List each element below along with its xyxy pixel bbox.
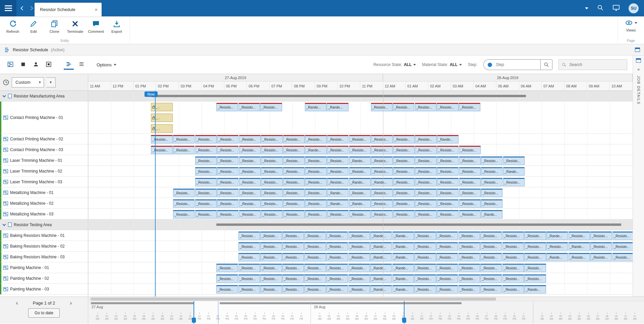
overview-window-end-handle[interactable] <box>402 318 406 323</box>
gantt-bar[interactable]: _Resisto... <box>524 264 546 272</box>
gantt-bar[interactable]: _Resisto... <box>524 274 546 283</box>
gantt-bar[interactable]: _Resisto... <box>415 178 436 186</box>
gantt-bar[interactable]: _Rando... <box>524 285 546 294</box>
resource-row-label[interactable]: Painting Machine - 01 <box>0 262 88 273</box>
resource-row-label[interactable]: Contact Printing Machine - 02 <box>0 134 88 144</box>
gantt-bar[interactable]: _Resisto... <box>260 253 282 261</box>
gantt-bar[interactable]: _Resisto... <box>480 232 502 240</box>
material-state-filter[interactable]: Material State: ALL <box>422 62 462 67</box>
gantt-bar[interactable]: _Resisto... <box>415 103 436 111</box>
gantt-bar[interactable]: _Resisto... <box>238 274 260 283</box>
gantt-bar[interactable]: _Resisto... <box>349 210 371 218</box>
gantt-bar[interactable]: _Resisto... <box>217 199 238 208</box>
gantt-bar[interactable]: _Resisto... <box>371 167 392 176</box>
gantt-bar[interactable]: _Rando... <box>370 242 392 251</box>
gantt-bar[interactable]: _Resisto... <box>393 199 415 208</box>
gantt-bar[interactable]: _Resisto... <box>260 232 282 240</box>
user-avatar[interactable]: SU <box>629 3 639 13</box>
gantt-bar[interactable]: _Rando... <box>370 285 392 294</box>
group-row-label[interactable]: Resistor Manufacturing Area <box>0 91 88 102</box>
gantt-bar[interactable]: _Resisto... <box>436 274 458 283</box>
back-icon[interactable] <box>20 6 25 10</box>
gantt-bar[interactable]: _Resisto... <box>524 253 546 261</box>
gantt-bar[interactable]: _Resisto... <box>371 146 392 154</box>
gantt-bar[interactable]: _Rando... <box>349 178 371 186</box>
gantt-bar[interactable]: _Resisto... <box>283 167 305 176</box>
gantt-bar[interactable]: _Resisto... <box>436 264 458 272</box>
gantt-bar[interactable]: _Resisto... <box>261 210 282 218</box>
gantt-bar[interactable]: _Resisto... <box>436 232 458 240</box>
gantt-bar[interactable]: _Resisto... <box>348 264 370 272</box>
gantt-bar[interactable]: _Resisto... <box>238 253 260 261</box>
gantt-bar[interactable]: _Resisto... <box>216 285 238 294</box>
gantt-bar[interactable]: _Resisto... <box>437 103 458 111</box>
gantt-bar[interactable]: _Rando... <box>349 199 371 208</box>
gantt-bar[interactable]: _Resisto... <box>326 264 348 272</box>
step-input[interactable] <box>495 62 536 67</box>
gantt-bar[interactable]: _Resisto... <box>349 135 371 143</box>
gantt-bar[interactable]: _Resisto... <box>217 189 238 197</box>
gantt-bar[interactable]: _Resisto... <box>195 199 217 208</box>
gantt-bar[interactable]: _Resisto... <box>459 285 480 294</box>
gantt-bar[interactable]: _Resisto... <box>282 274 304 283</box>
gantt-bar[interactable]: _Resisto... <box>326 253 348 261</box>
gantt-bar[interactable]: _Resisto... <box>304 264 326 272</box>
gantt-bar[interactable]: _Resisto... <box>612 253 633 261</box>
gantt-bar[interactable]: _Resisto... <box>459 242 480 251</box>
gantt-bar[interactable]: _Resisto... <box>239 167 261 176</box>
gantt-bar[interactable]: _Resisto... <box>524 242 546 251</box>
gantt-bar[interactable]: _Resisto... <box>414 242 436 251</box>
gantt-bar[interactable]: _Rando... <box>437 135 459 143</box>
gantt-bar[interactable]: _Resisto... <box>612 232 633 240</box>
gantt-bar[interactable]: _Resisto... <box>502 264 524 272</box>
horizontal-scrollbar[interactable] <box>88 297 644 301</box>
gantt-bar[interactable]: _Resisto... <box>173 210 195 218</box>
gantt-bar[interactable]: _Resisto... <box>305 210 326 218</box>
gantt-bar[interactable]: _Rando... <box>392 264 414 272</box>
gantt-bar[interactable]: _... <box>151 114 172 122</box>
gantt-bar[interactable]: _Resisto... <box>371 103 392 111</box>
gantt-bar[interactable]: _Resisto... <box>349 167 371 176</box>
gantt-bar[interactable]: _Rando... <box>569 242 590 251</box>
gantt-bar[interactable]: _Resisto... <box>415 156 436 165</box>
gantt-bar[interactable]: _Resisto... <box>282 242 304 251</box>
gantt-bar[interactable]: _Resisto... <box>569 232 590 240</box>
gantt-bar[interactable]: _Resisto... <box>437 146 459 154</box>
gantt-bar[interactable]: _Resisto... <box>481 167 502 176</box>
gantt-bar[interactable]: _Resisto... <box>195 210 217 218</box>
gantt-bar[interactable]: _Rando... <box>327 189 348 197</box>
gantt-bar[interactable]: _Resisto... <box>459 178 481 186</box>
resource-row-label[interactable]: Painting Machine - 02 <box>0 273 88 284</box>
edit-button[interactable]: Edit <box>24 19 43 35</box>
gantt-bar[interactable]: _Resisto... <box>393 146 415 154</box>
gantt-bar[interactable]: _Rando... <box>370 253 392 261</box>
gantt-bar[interactable]: _Resisto... <box>305 199 326 208</box>
gantt-bar[interactable]: _Resisto... <box>393 103 414 111</box>
gantt-bar[interactable]: _Resisto... <box>459 189 481 197</box>
gantt-bar[interactable]: _Resisto... <box>459 274 480 283</box>
gantt-bar[interactable]: _Resisto... <box>502 253 524 261</box>
gantt-bar[interactable]: _Resisto... <box>459 103 480 111</box>
gantt-bar[interactable]: _Resisto... <box>348 274 370 283</box>
gantt-bar[interactable]: _Resisto... <box>371 135 392 143</box>
gantt-bar[interactable]: _Resisto... <box>305 135 326 143</box>
gantt-bar[interactable]: _Rando... <box>392 285 414 294</box>
gantt-bar[interactable]: _Resisto... <box>415 210 436 218</box>
gantt-bar[interactable]: _Rando... <box>481 210 502 218</box>
gantt-bar[interactable]: _Resisto... <box>502 285 524 294</box>
gantt-bar[interactable]: _Resisto... <box>238 285 260 294</box>
scrollbar-thumb[interactable] <box>91 298 496 301</box>
gantt-bar[interactable]: _Resisto... <box>393 210 415 218</box>
gantt-bar[interactable]: _Resisto... <box>437 167 459 176</box>
gantt-bar[interactable]: _Resisto... <box>217 146 238 154</box>
gantt-bar[interactable]: _Resisto... <box>437 199 459 208</box>
view-window-icon[interactable] <box>44 60 54 70</box>
resource-row-label[interactable]: Laser Trimming Machine - 01 <box>0 155 88 166</box>
gantt-bar[interactable]: _Resisto... <box>371 156 392 165</box>
gantt-bar[interactable]: _Rando... <box>503 167 525 176</box>
terminate-button[interactable]: Terminate <box>66 19 85 35</box>
gantt-bar[interactable]: _Resisto... <box>480 274 502 283</box>
gantt-bar[interactable]: _Resisto... <box>282 264 304 272</box>
overview-window-start-handle[interactable] <box>192 318 196 323</box>
gantt-bar[interactable]: _Rando... <box>370 274 392 283</box>
